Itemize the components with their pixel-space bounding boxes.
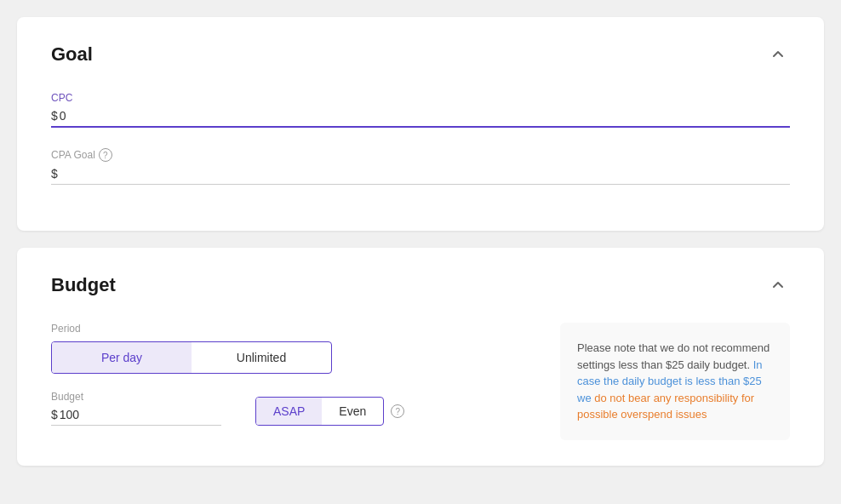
budget-card-header: Budget (51, 273, 790, 297)
notice-text: Please note that we do not recommend set… (577, 341, 769, 421)
budget-input[interactable] (60, 408, 221, 421)
budget-currency: $ (51, 408, 58, 421)
delivery-group: ASAP Even ? (255, 397, 404, 426)
goal-card-header: Goal (51, 43, 790, 66)
cpc-input[interactable] (60, 109, 790, 123)
cpa-group: CPA Goal ? $ (51, 148, 790, 185)
cpa-label: CPA Goal (51, 149, 95, 161)
notice-orange-text: do not bear any responsibility for possi… (577, 392, 754, 421)
cpa-input-wrapper: $ (51, 167, 790, 185)
cpc-currency: $ (51, 109, 58, 123)
budget-left: Period Per day Unlimited Budget $ (51, 323, 535, 426)
cpa-label-row: CPA Goal ? (51, 148, 790, 162)
cpc-input-wrapper: $ (51, 109, 790, 128)
budget-title: Budget (51, 274, 116, 296)
budget-row: Budget $ ASAP Even ? (51, 391, 535, 426)
period-per-day-button[interactable]: Per day (52, 342, 192, 373)
page-container: Goal CPC $ CPA Goal ? $ (17, 17, 824, 466)
chevron-up-icon (771, 48, 785, 61)
cpa-help-icon[interactable]: ? (99, 148, 112, 162)
budget-collapse-button[interactable] (766, 273, 790, 297)
period-toggle: Per day Unlimited (51, 341, 332, 374)
chevron-up-icon-2 (771, 278, 785, 292)
goal-card: Goal CPC $ CPA Goal ? $ (17, 17, 824, 231)
budget-card: Budget Period Per day Unlimited Budget (17, 248, 824, 466)
period-unlimited-button[interactable]: Unlimited (192, 342, 331, 373)
notice-box: Please note that we do not recommend set… (560, 323, 790, 440)
delivery-even-button[interactable]: Even (322, 398, 383, 425)
budget-content-row: Period Per day Unlimited Budget $ (51, 323, 790, 440)
budget-label: Budget (51, 391, 221, 403)
cpc-label: CPC (51, 92, 790, 104)
delivery-asap-button[interactable]: ASAP (256, 398, 322, 425)
budget-input-group: Budget $ (51, 391, 221, 426)
goal-title: Goal (51, 43, 93, 66)
budget-input-wrapper: $ (51, 408, 221, 426)
delivery-toggle: ASAP Even (255, 397, 384, 426)
goal-collapse-button[interactable] (766, 43, 790, 66)
period-label: Period (51, 323, 535, 335)
cpa-input[interactable] (60, 167, 790, 180)
delivery-help-icon[interactable]: ? (391, 404, 404, 418)
cpc-group: CPC $ (51, 92, 790, 128)
cpa-currency: $ (51, 167, 58, 180)
